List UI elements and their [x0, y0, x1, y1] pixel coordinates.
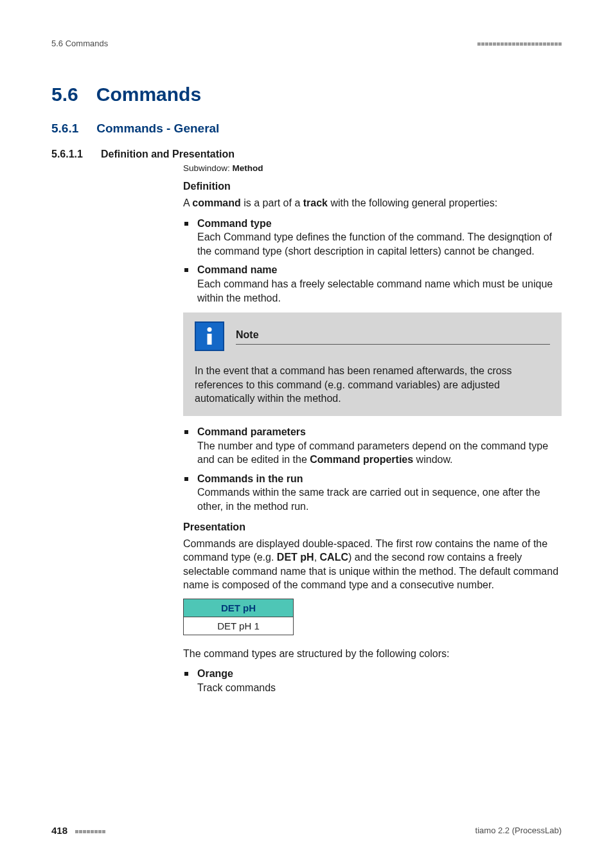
subwindow-prefix: Subwindow:	[183, 163, 233, 173]
subwindow-name: Method	[233, 163, 263, 173]
runhead-left: 5.6 Commands	[51, 39, 108, 48]
chapter-number: 5.6	[51, 84, 78, 105]
colors-list: Orange Track commands	[183, 667, 562, 694]
subsection-number: 5.6.1.1	[51, 149, 83, 160]
chapter-title: Commands	[96, 84, 201, 105]
page: 5.6 Commands 5.6 Commands 5.6.1 Commands…	[0, 0, 613, 868]
definition-list-top: Command type Each Command type defines t…	[183, 217, 562, 305]
prop-title: Orange	[197, 668, 233, 679]
prop-body: Each Command type defines the function o…	[197, 231, 552, 257]
page-number: 418	[51, 825, 67, 836]
list-item-command-type: Command type Each Command type defines t…	[183, 217, 562, 258]
section-heading: 5.6.1 Commands - General	[51, 122, 562, 136]
command-block-example: DET pH DET pH 1	[183, 599, 294, 635]
chapter-heading: 5.6 Commands	[51, 84, 562, 105]
prop-title: Command type	[197, 218, 272, 229]
subsection-title: Definition and Presentation	[101, 149, 235, 160]
page-footer: 418 tiamo 2.2 (ProcessLab)	[51, 825, 562, 836]
prop-title: Command name	[197, 264, 277, 275]
subsection-heading: 5.6.1.1 Definition and Presentation	[51, 149, 562, 160]
info-icon	[195, 321, 224, 351]
presentation-heading: Presentation	[183, 521, 562, 533]
footer-left: 418	[51, 825, 105, 836]
note-head: Note	[195, 321, 550, 351]
running-header: 5.6 Commands	[51, 39, 562, 48]
list-item-command-name: Command name Each command has a freely s…	[183, 263, 562, 305]
runhead-marks	[477, 39, 562, 48]
section-number: 5.6.1	[51, 122, 78, 136]
prop-title: Command parameters	[197, 426, 306, 437]
content-body: Subwindow: Method Definition A command i…	[183, 163, 562, 695]
command-type-row: DET pH	[184, 599, 293, 617]
list-item-commands-in-run: Commands in the run Commands within the …	[183, 472, 562, 514]
prop-body: Each command has a freely selectable com…	[197, 278, 553, 303]
presentation-paragraph: Commands are displayed double-spaced. Th…	[183, 537, 562, 592]
prop-body: Commands within the same track are carri…	[197, 487, 540, 512]
list-item-command-parameters: Command parameters The number and type o…	[183, 425, 562, 467]
prop-body: Track commands	[197, 682, 276, 693]
definition-heading: Definition	[183, 181, 562, 192]
note-body: In the event that a command has been ren…	[195, 364, 550, 406]
footer-product: tiamo 2.2 (ProcessLab)	[475, 826, 562, 835]
section-title: Commands - General	[96, 122, 219, 136]
list-item-orange: Orange Track commands	[183, 667, 562, 694]
prop-body: The number and type of command parameter…	[197, 440, 548, 466]
colors-intro: The command types are structured by the …	[183, 647, 562, 661]
note-box: Note In the event that a command has bee…	[183, 312, 562, 416]
prop-title: Commands in the run	[197, 473, 303, 484]
definition-intro: A command is a part of a track with the …	[183, 196, 562, 210]
note-label: Note	[236, 328, 550, 345]
subwindow-line: Subwindow: Method	[183, 163, 562, 173]
command-name-row: DET pH 1	[184, 617, 293, 635]
definition-list-bottom: Command parameters The number and type o…	[183, 425, 562, 514]
